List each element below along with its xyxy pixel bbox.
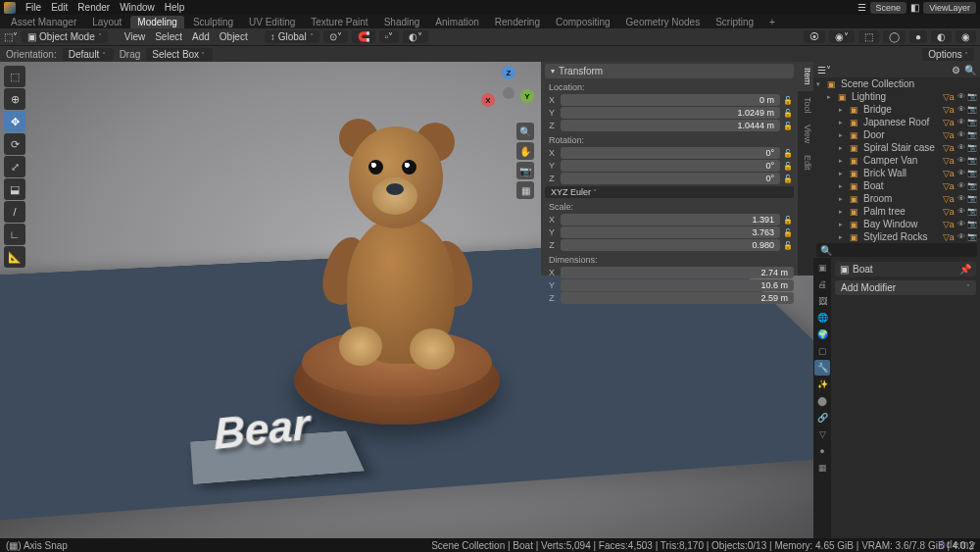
menu-window[interactable]: Window [120,2,155,13]
props-tab-output[interactable]: 🖨 [814,276,830,292]
outliner-item[interactable]: ▸▣Stylized Rocks▽a👁 📷 [813,230,980,242]
shading-wireframe[interactable]: ◯ [883,30,906,43]
shading-material[interactable]: ◐ [931,30,952,43]
tool-rotate[interactable]: ⟳ [4,133,25,155]
tool-add-cube[interactable]: 📐 [4,246,25,268]
3d-viewport[interactable]: ⬚ ⊕ ✥ ⟳ ⤢ ⬓ / ∟ 📐 Bear Z X [0,62,813,538]
location-y-field[interactable]: 1.0249 m [561,107,780,119]
outliner-search-input[interactable] [836,245,973,255]
options-dropdown[interactable]: Options [922,48,974,61]
header-menu-select[interactable]: Select [152,31,185,42]
transform-orientation-dropdown[interactable]: ↕Global [265,30,319,43]
outliner-item[interactable]: ▸▣Camper Van▽a👁 📷 [813,154,980,167]
props-tab-modifier[interactable]: 🔧 [814,360,830,376]
scene-dropdown[interactable]: Scene [870,2,907,14]
props-tab-world[interactable]: 🌍 [814,326,830,342]
lock-icon[interactable]: 🔓 [782,96,794,105]
add-modifier-dropdown[interactable]: Add Modifier [835,280,976,295]
orientation-dropdown[interactable]: Default [63,48,114,61]
n-tab-view[interactable]: View [798,119,813,149]
dim-z-field[interactable]: 2.59 m [561,292,794,304]
scale-x-field[interactable]: 1.391 [561,214,780,226]
rotation-z-field[interactable]: 0° [561,173,780,184]
lock-icon[interactable]: 🔓 [782,149,794,158]
n-tab-item[interactable]: Item [798,62,813,91]
props-tab-render[interactable]: ▣ [814,260,830,276]
tool-transform[interactable]: ⬓ [4,178,25,200]
dim-x-field[interactable]: 2.74 m [561,267,794,278]
pivot-dropdown[interactable]: ⊙˅ [323,30,348,43]
tab-rendering[interactable]: Rendering [488,16,547,28]
tool-move[interactable]: ✥ [4,111,25,132]
props-tab-physics[interactable]: ⬤ [814,393,830,409]
transform-panel-header[interactable]: Transform [545,64,794,78]
tab-modeling[interactable]: Modeling [130,16,184,28]
rotation-mode-dropdown[interactable]: XYZ Euler [545,186,794,198]
shading-rendered[interactable]: ◉ [956,30,976,43]
tab-texture-paint[interactable]: Texture Paint [304,16,374,28]
tab-scripting[interactable]: Scripting [709,16,760,28]
outliner-tree[interactable]: ▾▣Scene Collection ▸▣Lighting▽a👁 📷▸▣Brid… [813,77,980,242]
rotation-x-field[interactable]: 0° [561,147,780,159]
tab-shading[interactable]: Shading [377,16,427,28]
tab-geometry-nodes[interactable]: Geometry Nodes [619,16,708,28]
drag-action-dropdown[interactable]: Select Box [146,48,213,61]
mode-dropdown[interactable]: ▣Object Mode [22,30,108,43]
camera-button[interactable]: 📷 [516,162,534,179]
menu-file[interactable]: File [25,2,41,13]
search-icon[interactable]: 🔍 [964,65,976,75]
snap-dropdown[interactable]: ▫˅ [379,30,400,43]
outliner-editor-icon[interactable]: ☰˅ [817,65,831,75]
filter-icon[interactable]: ⚙ [952,65,960,75]
scale-y-field[interactable]: 3.763 [561,226,780,238]
tool-select-box[interactable]: ⬚ [4,66,25,87]
location-x-field[interactable]: 0 m [561,94,780,106]
properties-object-name[interactable]: ▣ Boat 📌 [835,262,976,276]
pin-icon[interactable]: 📌 [959,264,971,275]
header-menu-object[interactable]: Object [217,31,251,42]
snap-toggle[interactable]: 🧲 [352,30,375,43]
outliner-item[interactable]: ▸▣Palm tree▽a👁 📷 [813,205,980,218]
proportional-edit-toggle[interactable]: ◐˅ [403,30,428,43]
gizmo-z-axis[interactable]: Z [502,66,515,79]
outliner-item[interactable]: ▸▣Brick Wall▽a👁 📷 [813,167,980,179]
props-tab-texture[interactable]: ▦ [814,460,830,476]
tool-cursor[interactable]: ⊕ [4,88,25,110]
outliner-item[interactable]: ▸▣Lighting▽a👁 📷 [813,90,980,103]
outliner-item[interactable]: ▸▣Japanese Roof▽a👁 📷 [813,116,980,128]
outliner-item[interactable]: ▸▣Bay Window▽a👁 📷 [813,218,980,230]
navigation-gizmo[interactable]: Z X Y [483,68,534,119]
outliner-item[interactable]: ▸▣Door▽a👁 📷 [813,128,980,141]
tool-scale[interactable]: ⤢ [4,156,25,177]
header-menu-view[interactable]: View [122,31,149,42]
tab-add-workspace[interactable]: + [762,16,782,28]
tool-measure[interactable]: ∟ [4,224,25,245]
shading-solid[interactable]: ● [909,30,927,43]
n-tab-tool[interactable]: Tool [798,91,813,120]
blender-logo-icon[interactable] [4,2,16,14]
lock-icon[interactable]: 🔓 [782,162,794,171]
n-tab-edit[interactable]: Edit [798,149,813,176]
menu-help[interactable]: Help [165,2,185,13]
outliner-scene-collection[interactable]: ▾▣Scene Collection [813,77,980,90]
tab-layout[interactable]: Layout [85,16,128,28]
tab-animation[interactable]: Animation [428,16,485,28]
tab-compositing[interactable]: Compositing [549,16,617,28]
outliner-item[interactable]: ▸▣Spiral Stair case▽a👁 📷 [813,141,980,154]
props-tab-mesh[interactable]: ▽ [814,427,830,442]
editor-type-icon[interactable]: ⬚˅ [4,31,18,42]
overlay-gizmo-toggle[interactable]: ⦿ [804,30,825,43]
tab-asset-manager[interactable]: Asset Manager [4,16,83,28]
outliner-item[interactable]: ▸▣Boat▽a👁 📷 [813,179,980,192]
props-tab-object[interactable]: ▢ [814,343,830,359]
overlay-toggle[interactable]: ◉˅ [829,30,855,43]
lock-icon[interactable]: 🔓 [782,122,794,130]
props-tab-material[interactable]: ● [814,443,830,459]
outliner-item[interactable]: ▸▣Broom▽a👁 📷 [813,192,980,205]
lock-icon[interactable]: 🔓 [782,216,794,225]
props-tab-viewlayer[interactable]: 🖼 [814,293,830,309]
scale-z-field[interactable]: 0.980 [561,239,780,251]
lock-icon[interactable]: 🔓 [782,228,794,237]
props-tab-particles[interactable]: ✨ [814,376,830,392]
header-menu-add[interactable]: Add [189,31,213,42]
